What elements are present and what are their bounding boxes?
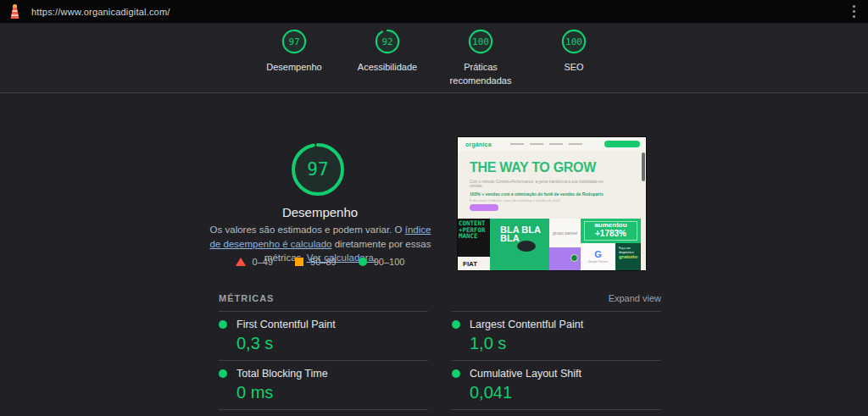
metric-value: 1,0 s: [470, 335, 661, 352]
thumb-tile-grid: CONTENT+PERFORMANCE FIAT BLA BLA BLA gru…: [458, 219, 641, 270]
legend-average: 50–89: [295, 257, 337, 267]
metric-name: Largest Contentful Paint: [470, 319, 583, 330]
metric-row-tbt[interactable]: Total Blocking Time 0 ms: [219, 361, 428, 410]
report-topbar: https://www.organicadigital.com/: [0, 0, 868, 23]
gauge-performance-label[interactable]: Desempenho: [266, 61, 321, 75]
thumb-purple-button: [470, 204, 498, 211]
legend-average-range: 50–89: [310, 257, 337, 267]
thumb-site-cta-button: [604, 141, 640, 147]
thumb-tile-google-partner: G Google Partner: [581, 243, 615, 270]
fail-triangle-icon: [236, 258, 246, 266]
score-summary-band: 97 Desempenho 92 Acessibilidade 100 Prát…: [0, 23, 868, 93]
thumb-tile-aumentou: aumentou +1783%: [581, 219, 641, 243]
pass-circle-icon: [452, 320, 460, 329]
metric-value: 0 ms: [236, 384, 428, 402]
google-partner-label: Google Partner: [588, 260, 609, 263]
gauge-best-practices-label[interactable]: Práticas recomendadas: [443, 61, 518, 88]
gauge-accessibility-label[interactable]: Acessibilidade: [358, 61, 417, 75]
performance-title: Desempenho: [212, 205, 428, 219]
gauge-best-practices-score: 100: [468, 29, 493, 54]
metric-name: Total Blocking Time: [236, 368, 328, 380]
performance-desc-text-1: Os valores são estimados e podem variar.…: [210, 225, 405, 235]
metric-row-speed-index[interactable]: Speed Index: [219, 410, 428, 416]
performance-main-gauge[interactable]: 97: [291, 142, 345, 197]
score-legend: 0–49 50–89 90–100: [212, 257, 428, 267]
gauge-seo[interactable]: 100: [561, 29, 587, 54]
pass-circle-icon: [359, 258, 367, 266]
thumb-tile-fiat-logo: FIAT: [458, 257, 490, 270]
metric-row-cls[interactable]: Cumulative Layout Shift 0,041: [452, 361, 661, 410]
performance-main-score: 97: [291, 142, 345, 197]
metrics-heading: MÉTRICAS: [219, 293, 274, 303]
thumb-percent-text: +1783%: [581, 230, 641, 239]
page-screenshot-thumbnail[interactable]: orgânica THE WAY TO GROW Com o método Co…: [458, 137, 646, 270]
summary-item-performance: 97 Desempenho: [257, 29, 331, 92]
thumb-tile-gratuito: Faça um diagnósticogratuito: [615, 243, 641, 270]
gratuito-text: gratuito: [619, 254, 639, 261]
thumb-hero-subtext: Com o método Content+Performance, a gent…: [470, 180, 614, 188]
gauge-accessibility-score: 92: [375, 29, 400, 54]
report-url[interactable]: https://www.organicadigital.com/: [31, 7, 170, 17]
metric-name: Cumulative Layout Shift: [470, 368, 581, 380]
metrics-header-right: Expand view: [452, 293, 661, 312]
pass-circle-icon: [219, 320, 227, 329]
thumb-hero-heading: THE WAY TO GROW: [470, 160, 596, 175]
gauge-performance[interactable]: 97: [281, 29, 307, 54]
summary-item-seo: 100 SEO: [537, 29, 611, 92]
legend-fail-range: 0–49: [253, 257, 273, 267]
metric-value: 0,041: [470, 384, 661, 402]
topbar-menu-icon[interactable]: [853, 5, 856, 18]
thumb-stat-line-2: E dos mais 2 milhões casos de marketing …: [470, 198, 560, 202]
thumb-tile-content-performance: CONTENT+PERFORMANCE: [458, 219, 490, 257]
expand-view-button[interactable]: Expand view: [609, 293, 661, 303]
thumb-mouth-image: [517, 241, 536, 252]
summary-item-best-practices: 100 Práticas recomendadas: [443, 29, 518, 92]
thumb-seal-badge: [570, 254, 578, 262]
thumb-site-nav: [510, 143, 582, 145]
legend-pass: 90–100: [359, 257, 405, 267]
thumb-stat-line: 163% + vendas com a otimização do funil …: [470, 191, 604, 197]
thumb-scrollbar[interactable]: [642, 153, 645, 181]
metrics-section: MÉTRICAS First Contentful Paint 0,3 s To…: [219, 293, 661, 416]
gratuito-small-text: Faça um diagnóstico: [619, 247, 634, 254]
metrics-header-left: MÉTRICAS: [219, 293, 428, 312]
pass-circle-icon: [219, 369, 227, 378]
gauge-seo-score: 100: [561, 29, 587, 54]
gauge-accessibility[interactable]: 92: [375, 29, 400, 54]
thumb-tile-grupo-panvel: grupo panvel: [549, 219, 581, 247]
metric-name: First Contentful Paint: [236, 319, 336, 330]
legend-pass-range: 90–100: [374, 257, 405, 267]
metric-row-lcp[interactable]: Largest Contentful Paint 1,0 s: [452, 312, 661, 361]
metric-row-fcp[interactable]: First Contentful Paint 0,3 s: [219, 312, 428, 361]
average-square-icon: [295, 258, 303, 266]
legend-fail: 0–49: [236, 257, 273, 267]
gauge-best-practices[interactable]: 100: [468, 29, 493, 54]
pass-circle-icon: [452, 369, 460, 378]
gauge-performance-score: 97: [281, 29, 307, 54]
gauge-seo-label[interactable]: SEO: [564, 61, 583, 75]
thumb-site-logo: orgânica: [465, 141, 492, 147]
summary-item-accessibility: 92 Acessibilidade: [350, 29, 425, 92]
lighthouse-icon: [8, 4, 21, 19]
metrics-left-column: MÉTRICAS First Contentful Paint 0,3 s To…: [219, 293, 428, 416]
metric-value: 0,3 s: [236, 335, 428, 352]
metrics-right-column: Expand view Largest Contentful Paint 1,0…: [452, 293, 661, 416]
thumb-site-header: orgânica: [458, 137, 646, 151]
google-g-icon: G: [594, 250, 602, 259]
